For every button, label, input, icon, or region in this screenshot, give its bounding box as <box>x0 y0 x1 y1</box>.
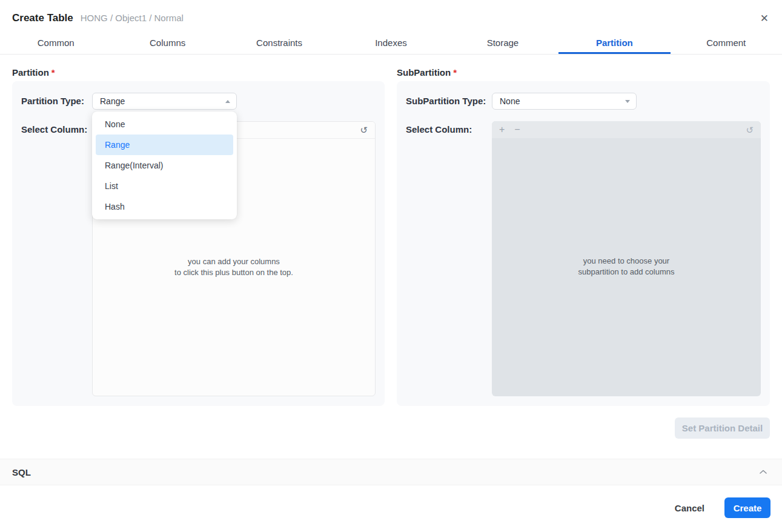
subpartition-select-column-row: Select Column: + − ↺ you need to choose … <box>406 121 761 396</box>
tab-bar: Common Columns Constraints Indexes Stora… <box>0 32 782 55</box>
subpartition-columns-toolbar: + − ↺ <box>492 121 761 138</box>
subpartition-type-select[interactable]: None <box>492 93 637 110</box>
partition-title-text: Partition <box>12 67 49 78</box>
dialog-header: Create Table HONG / Object1 / Normal ✕ <box>0 0 782 32</box>
subpartition-section-title: SubPartition* <box>397 67 770 78</box>
cancel-button[interactable]: Cancel <box>675 503 704 513</box>
subpartition-type-label: SubPartition Type: <box>406 93 492 110</box>
dropdown-option-hash[interactable]: Hash <box>96 196 233 217</box>
subpartition-type-row: SubPartition Type: None <box>406 93 761 110</box>
partition-panel: Partition Type: Range None Range Range(I… <box>12 81 385 406</box>
tab-constraints[interactable]: Constraints <box>224 32 335 54</box>
dropdown-option-range-interval[interactable]: Range(Interval) <box>96 155 233 176</box>
subpartition-select-column-label: Select Column: <box>406 121 492 396</box>
partition-select-column-label: Select Column: <box>21 121 92 396</box>
tab-comment[interactable]: Comment <box>671 32 782 54</box>
refresh-icon-disabled[interactable]: ↺ <box>746 125 754 135</box>
subpartition-columns-empty-hint: you need to choose your subpartition to … <box>492 256 761 278</box>
caret-up-icon <box>225 100 230 103</box>
detail-row: Set Partition Detail <box>0 406 782 439</box>
hint-line-2: to click this plus button on the top. <box>93 267 375 278</box>
tab-storage[interactable]: Storage <box>447 32 558 54</box>
remove-column-icon-disabled[interactable]: − <box>514 125 520 135</box>
dropdown-option-range[interactable]: Range <box>96 135 233 155</box>
hint-line-2: subpartition to add columns <box>492 267 761 278</box>
dialog-title: Create Table <box>12 12 73 24</box>
refresh-icon[interactable]: ↺ <box>360 125 368 135</box>
partition-type-row: Partition Type: Range None Range Range(I… <box>21 93 376 110</box>
tab-common[interactable]: Common <box>0 32 111 54</box>
sql-section-header[interactable]: SQL <box>0 459 782 485</box>
tab-indexes[interactable]: Indexes <box>335 32 446 54</box>
hint-line-1: you can add your columns <box>93 256 375 267</box>
dropdown-option-list[interactable]: List <box>96 176 233 196</box>
subpartition-columns-box: + − ↺ you need to choose your subpartiti… <box>492 121 761 396</box>
dropdown-option-none[interactable]: None <box>96 114 233 135</box>
tab-columns[interactable]: Columns <box>111 32 223 54</box>
subpartition-type-select-wrap: None <box>492 93 637 110</box>
partition-type-select[interactable]: Range <box>92 93 237 110</box>
partition-type-value: Range <box>100 96 225 106</box>
subpartition-title-text: SubPartition <box>397 67 451 78</box>
partition-type-label: Partition Type: <box>21 93 92 110</box>
partition-panels: Partition Type: Range None Range Range(I… <box>0 78 782 406</box>
partition-type-select-wrap: Range None Range Range(Interval) List Ha… <box>92 93 237 110</box>
set-partition-detail-button[interactable]: Set Partition Detail <box>675 417 770 439</box>
partition-required-mark: * <box>51 67 55 78</box>
section-titles: Partition* SubPartition* <box>0 55 782 78</box>
caret-down-icon <box>625 100 630 103</box>
create-button[interactable]: Create <box>724 497 770 518</box>
partition-type-dropdown: None Range Range(Interval) List Hash <box>92 111 237 219</box>
close-icon[interactable]: ✕ <box>760 13 769 24</box>
subpartition-required-mark: * <box>453 67 457 78</box>
chevron-up-icon[interactable] <box>759 468 767 476</box>
hint-line-1: you need to choose your <box>492 256 761 267</box>
subpartition-panel: SubPartition Type: None Select Column: +… <box>397 81 770 406</box>
add-column-icon-disabled[interactable]: + <box>499 125 505 135</box>
create-table-dialog: Create Table HONG / Object1 / Normal ✕ C… <box>0 0 782 532</box>
sql-section-label: SQL <box>12 467 759 477</box>
tab-partition[interactable]: Partition <box>558 32 670 54</box>
dialog-footer: Cancel Create <box>0 485 782 518</box>
partition-columns-empty-hint: you can add your columns to click this p… <box>93 256 375 278</box>
subpartition-type-value: None <box>500 96 625 106</box>
partition-section-title: Partition* <box>12 67 385 78</box>
breadcrumb: HONG / Object1 / Normal <box>81 13 184 23</box>
